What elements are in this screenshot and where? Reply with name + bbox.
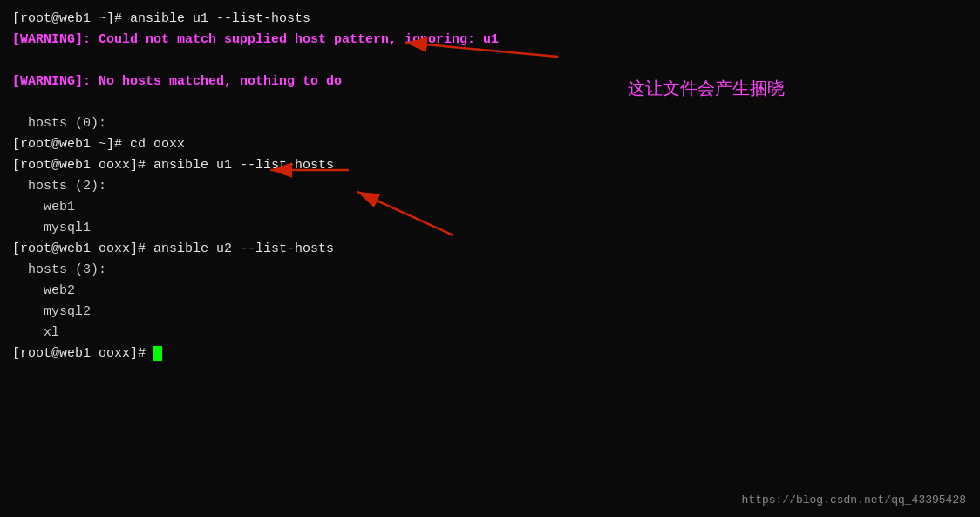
terminal-line-16: xl xyxy=(12,323,968,344)
terminal-line-13: hosts (3): xyxy=(12,260,968,281)
terminal-line-17: [root@web1 ooxx]# xyxy=(12,344,968,364)
terminal-line-3 xyxy=(12,51,968,71)
terminal-line-7: [root@web1 ~]# cd ooxx xyxy=(12,134,968,155)
watermark: https://blog.csdn.net/qq_43395428 xyxy=(742,493,966,507)
terminal-line-9: hosts (2): xyxy=(12,176,968,197)
terminal-line-4: [WARNING]: No hosts matched, nothing to … xyxy=(12,71,968,92)
terminal-line-15: mysql2 xyxy=(12,302,968,323)
terminal-line-1: [root@web1 ~]# ansible u1 --list-hosts xyxy=(12,9,968,30)
terminal-line-12: [root@web1 ooxx]# ansible u2 --list-host… xyxy=(12,239,968,260)
terminal-line-5 xyxy=(12,92,968,113)
terminal-line-10: web1 xyxy=(12,197,968,218)
terminal-line-2: [WARNING]: Could not match supplied host… xyxy=(12,30,968,51)
terminal-line-6: hosts (0): xyxy=(12,113,968,134)
terminal-cursor xyxy=(153,346,162,361)
terminal-line-11: mysql1 xyxy=(12,218,968,239)
terminal-window: [root@web1 ~]# ansible u1 --list-hosts [… xyxy=(0,0,980,517)
annotation-text: 这让文件会产生捆晓 xyxy=(628,77,785,100)
terminal-line-14: web2 xyxy=(12,281,968,302)
terminal-line-8: [root@web1 ooxx]# ansible u1 --list-host… xyxy=(12,155,968,176)
